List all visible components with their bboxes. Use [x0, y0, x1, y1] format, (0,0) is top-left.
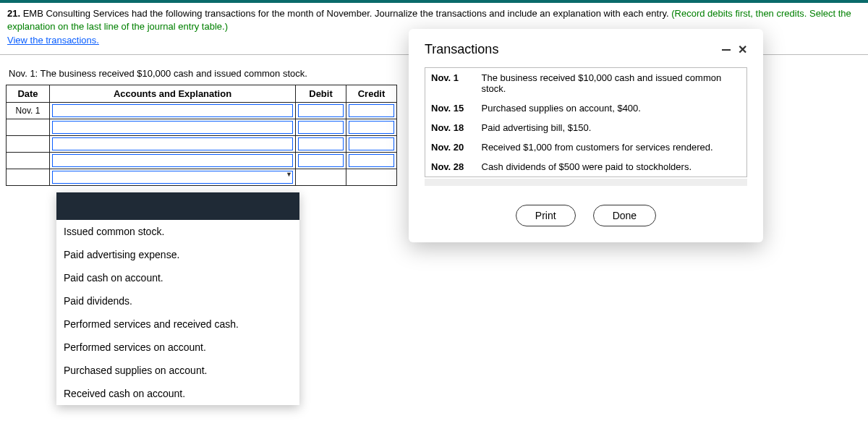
- dropdown-option[interactable]: Purchased supplies on account.: [56, 359, 299, 382]
- debit-input[interactable]: [298, 121, 344, 134]
- credit-input[interactable]: [349, 154, 394, 167]
- credit-input[interactable]: [349, 137, 394, 150]
- minimize-icon[interactable]: [722, 49, 731, 51]
- account-input[interactable]: [52, 154, 293, 167]
- header-credit: Credit: [346, 85, 397, 103]
- dropdown-option[interactable]: Paid cash on account.: [56, 266, 299, 289]
- question-number: 21.: [7, 8, 20, 19]
- credit-input[interactable]: [349, 104, 394, 117]
- dropdown-option[interactable]: [56, 192, 299, 220]
- done-button[interactable]: Done: [593, 205, 656, 226]
- row-date: Nov. 1: [7, 103, 50, 119]
- table-row: [7, 169, 397, 186]
- modal-title: Transactions: [425, 42, 498, 57]
- explanation-dropdown[interactable]: Issued common stock. Paid advertising ex…: [56, 192, 299, 405]
- account-input[interactable]: [52, 104, 293, 117]
- close-icon[interactable]: ✕: [738, 44, 747, 56]
- table-row: Nov. 20Received $1,000 from customers fo…: [425, 137, 747, 157]
- account-input[interactable]: [52, 137, 293, 150]
- header-accounts: Accounts and Explanation: [50, 85, 296, 103]
- table-row: Nov. 28Cash dividends of $500 were paid …: [425, 157, 747, 177]
- header-date: Date: [7, 85, 50, 103]
- transactions-modal: Transactions ✕ Nov. 1The business receiv…: [409, 29, 763, 242]
- view-transactions-link[interactable]: View the transactions.: [0, 35, 106, 50]
- horizontal-scrollbar[interactable]: [425, 179, 747, 186]
- debit-input[interactable]: [298, 154, 344, 167]
- header-debit: Debit: [296, 85, 346, 103]
- table-row: [7, 119, 397, 136]
- dropdown-option[interactable]: Performed services on account.: [56, 336, 299, 359]
- transactions-table: Nov. 1The business received $10,000 cash…: [425, 67, 747, 177]
- table-row: [7, 136, 397, 153]
- table-row: Nov. 1: [7, 103, 397, 119]
- table-row: Nov. 15Purchased supplies on account, $4…: [425, 98, 747, 118]
- dropdown-option[interactable]: Paid dividends.: [56, 289, 299, 312]
- table-row: [7, 153, 397, 169]
- print-button[interactable]: Print: [516, 205, 576, 226]
- credit-input[interactable]: [349, 121, 394, 134]
- debit-input[interactable]: [298, 137, 344, 150]
- journal-entry-table: Date Accounts and Explanation Debit Cred…: [6, 85, 397, 186]
- question-main: EMB Consulting Services had the followin…: [20, 8, 671, 19]
- account-input[interactable]: [52, 121, 293, 134]
- dropdown-option[interactable]: Issued common stock.: [56, 220, 299, 243]
- table-row: Nov. 1The business received $10,000 cash…: [425, 68, 747, 99]
- debit-input[interactable]: [298, 104, 344, 117]
- dropdown-option[interactable]: Performed services and received cash.: [56, 312, 299, 336]
- dropdown-option[interactable]: Paid advertising expense.: [56, 243, 299, 266]
- dropdown-option[interactable]: Received cash on account.: [56, 382, 299, 405]
- explanation-select[interactable]: [52, 171, 293, 184]
- table-row: Nov. 18Paid advertising bill, $150.: [425, 118, 747, 137]
